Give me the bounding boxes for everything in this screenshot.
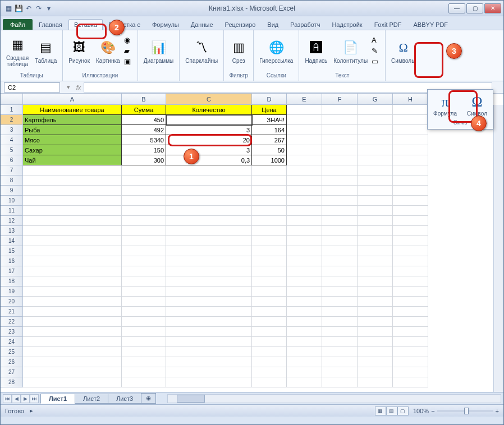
charts-button[interactable]: 📊Диаграммы	[141, 38, 176, 65]
cell[interactable]	[23, 196, 122, 206]
cell[interactable]	[122, 256, 166, 266]
cell[interactable]	[252, 216, 287, 226]
cell[interactable]	[322, 135, 358, 145]
select-all-corner[interactable]	[1, 94, 23, 104]
cell[interactable]	[393, 175, 428, 186]
cell[interactable]	[252, 287, 287, 297]
cell[interactable]	[23, 347, 122, 357]
cell[interactable]	[23, 256, 122, 266]
cell[interactable]	[393, 347, 428, 357]
cell[interactable]	[23, 317, 122, 327]
tab-formulas[interactable]: Формулы	[146, 19, 185, 30]
cell[interactable]	[393, 367, 428, 377]
hyperlink-button[interactable]: 🌐Гиперссылка	[257, 38, 295, 65]
cell[interactable]: 150	[122, 145, 166, 155]
row-header[interactable]: 1	[1, 105, 23, 115]
cell[interactable]: Сахар	[23, 145, 122, 155]
cell[interactable]	[122, 206, 166, 216]
tab-addins[interactable]: Надстройк	[326, 19, 368, 30]
row-header[interactable]: 26	[1, 357, 23, 367]
cell[interactable]	[287, 135, 322, 145]
row-header[interactable]: 8	[1, 175, 23, 186]
col-header-g[interactable]: G	[358, 94, 393, 104]
cell[interactable]	[322, 165, 358, 175]
view-normal-button[interactable]: ▦	[375, 406, 386, 415]
cell[interactable]	[122, 216, 166, 226]
screenshot-icon[interactable]: ▣	[124, 57, 134, 67]
row-header[interactable]: 7	[1, 165, 23, 175]
cell[interactable]	[358, 266, 393, 276]
cell[interactable]	[166, 236, 252, 246]
cell[interactable]	[252, 165, 287, 175]
col-header-c[interactable]: C	[166, 94, 252, 104]
row-header[interactable]: 4	[1, 135, 23, 145]
zoom-level[interactable]: 100%	[413, 408, 429, 414]
row-header[interactable]: 16	[1, 256, 23, 266]
cell[interactable]	[252, 175, 287, 186]
cell[interactable]: 450	[122, 115, 166, 125]
cell[interactable]	[166, 307, 252, 317]
cell[interactable]	[393, 276, 428, 287]
cell[interactable]	[252, 196, 287, 206]
cell[interactable]	[166, 186, 252, 196]
table-button[interactable]: ▤Таблица	[33, 38, 59, 65]
cell[interactable]	[322, 236, 358, 246]
cell[interactable]	[393, 327, 428, 337]
sheet-tab-1[interactable]: Лист1	[40, 394, 75, 404]
cell[interactable]	[166, 246, 252, 256]
sheet-last-button[interactable]: ⏭	[30, 394, 39, 403]
cell[interactable]	[322, 337, 358, 347]
cell[interactable]	[23, 327, 122, 337]
cell[interactable]	[358, 337, 393, 347]
cell[interactable]	[252, 297, 287, 307]
row-header[interactable]: 6	[1, 155, 23, 165]
cell[interactable]	[358, 276, 393, 287]
cell[interactable]	[358, 236, 393, 246]
cell[interactable]	[122, 165, 166, 175]
cell[interactable]	[23, 357, 122, 367]
cell[interactable]	[252, 206, 287, 216]
row-header[interactable]: 14	[1, 236, 23, 246]
cell[interactable]	[166, 276, 252, 287]
cell[interactable]	[23, 287, 122, 297]
cell[interactable]	[23, 377, 122, 387]
cell[interactable]	[166, 256, 252, 266]
col-header-d[interactable]: D	[252, 94, 287, 104]
cell[interactable]	[358, 287, 393, 297]
cell[interactable]	[23, 186, 122, 196]
cell[interactable]	[358, 105, 393, 115]
cell[interactable]	[358, 307, 393, 317]
cell[interactable]	[166, 347, 252, 357]
cell[interactable]: 0,3	[166, 155, 252, 165]
row-header[interactable]: 5	[1, 145, 23, 155]
cell[interactable]	[252, 347, 287, 357]
cell[interactable]	[252, 246, 287, 256]
namebox-dropdown-icon[interactable]: ▾	[63, 82, 74, 93]
cell[interactable]	[358, 256, 393, 266]
cell[interactable]	[287, 337, 322, 347]
cell[interactable]	[166, 367, 252, 377]
headerfooter-button[interactable]: 📄Колонтитулы	[331, 38, 370, 65]
cell[interactable]	[322, 226, 358, 236]
cell[interactable]	[358, 297, 393, 307]
cell[interactable]	[322, 297, 358, 307]
cell[interactable]	[322, 206, 358, 216]
cell[interactable]	[166, 337, 252, 347]
cell[interactable]	[252, 307, 287, 317]
cell[interactable]	[287, 347, 322, 357]
row-header[interactable]: 9	[1, 186, 23, 196]
symbol-button[interactable]: ΩСимвол	[464, 92, 491, 118]
cell[interactable]	[122, 266, 166, 276]
cell[interactable]: 1000	[252, 155, 287, 165]
cell[interactable]: 164	[252, 125, 287, 135]
pivot-table-button[interactable]: ▦Сводная таблица	[4, 35, 31, 68]
cell[interactable]	[23, 226, 122, 236]
cell[interactable]	[322, 145, 358, 155]
cell[interactable]	[287, 196, 322, 206]
row-header[interactable]: 21	[1, 307, 23, 317]
minimize-button[interactable]: —	[448, 3, 465, 13]
cell[interactable]	[358, 377, 393, 387]
col-header-b[interactable]: B	[122, 94, 166, 104]
row-header[interactable]: 17	[1, 266, 23, 276]
cell[interactable]	[358, 175, 393, 186]
